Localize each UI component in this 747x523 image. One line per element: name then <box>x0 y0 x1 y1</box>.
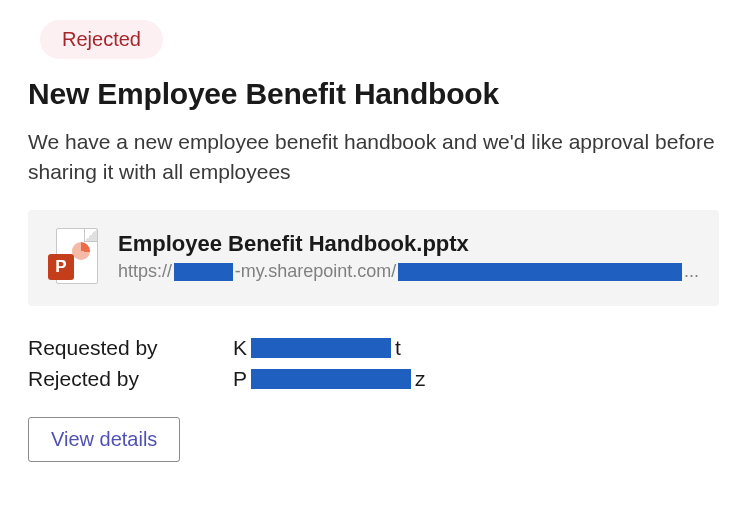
attachment-url: https:// -my.sharepoint.com/ ... <box>118 261 699 282</box>
url-mid: -my.sharepoint.com/ <box>235 261 397 282</box>
rejected-by-last-char: z <box>415 363 426 395</box>
redacted-segment <box>398 263 682 281</box>
view-details-button[interactable]: View details <box>28 417 180 462</box>
redacted-segment <box>174 263 233 281</box>
attachment-filename: Employee Benefit Handbook.pptx <box>118 231 699 257</box>
requested-by-value: K t <box>233 332 719 364</box>
powerpoint-file-icon: P <box>48 228 98 286</box>
url-prefix: https:// <box>118 261 172 282</box>
requested-by-label: Requested by <box>28 332 233 364</box>
status-badge: Rejected <box>40 20 163 59</box>
requested-by-last-char: t <box>395 332 401 364</box>
description-text: We have a new employee benefit handbook … <box>28 127 719 188</box>
meta-section: Requested by K t Rejected by P z <box>28 332 719 395</box>
url-suffix: ... <box>684 261 699 282</box>
rejected-by-row: Rejected by P z <box>28 363 719 395</box>
rejected-by-label: Rejected by <box>28 363 233 395</box>
requested-by-row: Requested by K t <box>28 332 719 364</box>
requested-by-first-char: K <box>233 332 247 364</box>
attachment-card[interactable]: P Employee Benefit Handbook.pptx https:/… <box>28 210 719 306</box>
attachment-info: Employee Benefit Handbook.pptx https:// … <box>118 231 699 282</box>
redacted-segment <box>251 338 391 358</box>
page-title: New Employee Benefit Handbook <box>28 77 719 111</box>
rejected-by-value: P z <box>233 363 719 395</box>
redacted-segment <box>251 369 411 389</box>
rejected-by-first-char: P <box>233 363 247 395</box>
powerpoint-badge: P <box>48 254 74 280</box>
